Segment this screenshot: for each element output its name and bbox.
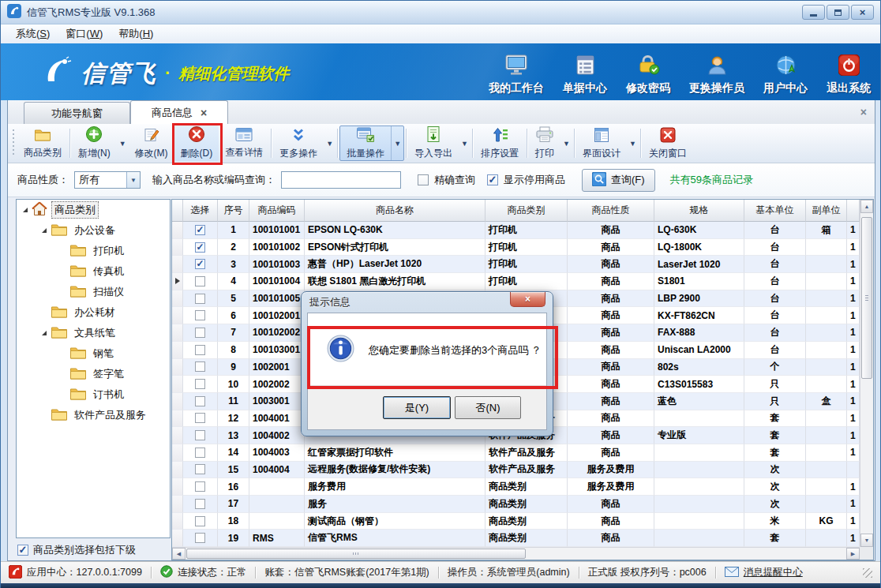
print-button[interactable]: 打印 <box>529 125 560 161</box>
tree-item-钢笔[interactable]: 钢笔 <box>17 343 170 364</box>
close-button[interactable]: × <box>851 5 874 20</box>
sort-settings-button[interactable]: 排序设置 <box>474 125 525 161</box>
row-checkbox[interactable] <box>195 413 205 423</box>
import-export-button[interactable]: 导入导出 <box>408 125 459 161</box>
row-checkbox[interactable] <box>195 276 205 287</box>
chevron-down-icon[interactable]: ▼ <box>126 172 140 188</box>
cell <box>172 513 183 530</box>
table-row[interactable]: 151004004远程服务(数据修复/软件安装)软件产品及服务服务及费用次 <box>172 462 860 479</box>
banner-action-更换操作员[interactable]: 更换操作员 <box>689 54 744 97</box>
banner-action-单据中心[interactable]: 单据中心 <box>563 54 607 97</box>
nature-select[interactable]: 所有 ▼ <box>74 171 141 189</box>
detail-button[interactable]: 查看详情 <box>219 125 269 161</box>
table-row[interactable]: 19RMS信管飞RMS商品类别商品套1 <box>172 530 860 547</box>
no-button[interactable]: 否(N) <box>455 396 521 419</box>
horizontal-scrollbar[interactable]: ◀ ▶ <box>172 547 860 560</box>
row-checkbox[interactable] <box>195 310 205 320</box>
delete-button[interactable]: 删除(D) <box>174 125 219 161</box>
cell: 商品 <box>568 393 654 410</box>
minimize-button[interactable] <box>802 5 825 20</box>
vertical-scroll-thumb[interactable] <box>861 217 872 379</box>
tab-product-info[interactable]: 商品信息× <box>130 100 228 124</box>
tree-item-办公设备[interactable]: 办公设备 <box>17 220 170 241</box>
row-checkbox[interactable] <box>195 533 205 543</box>
query-button[interactable]: 查询(F) <box>582 169 655 192</box>
tree-expander-icon[interactable] <box>42 331 47 335</box>
row-checkbox[interactable] <box>195 448 205 458</box>
row-checkbox[interactable] <box>195 481 205 492</box>
table-row[interactable]: 4100101004联想 S1801 黑白激光打印机打印机商品S1801台1 <box>172 273 860 290</box>
edit-button[interactable]: 修改(M) <box>129 125 174 161</box>
batch-actions-button-dropdown-icon[interactable]: ▼ <box>391 126 403 160</box>
include-children-checkbox[interactable] <box>17 545 28 556</box>
table-row[interactable]: 1100101001EPSON LQ-630K打印机商品LQ-630K台箱1 <box>172 222 860 239</box>
banner-action-用户中心[interactable]: 用户中心 <box>763 54 808 97</box>
message-center-link[interactable]: 消息提醒中心 <box>725 566 803 579</box>
table-row[interactable]: 2100101002EPSON针式打印机打印机商品LQ-1800K台1 <box>172 239 860 257</box>
add-button-dropdown-icon[interactable]: ▼ <box>117 125 129 161</box>
yes-button[interactable]: 是(Y) <box>383 396 451 419</box>
row-checkbox[interactable] <box>195 379 205 389</box>
menu-item-0[interactable]: 系统(S) <box>9 25 57 43</box>
banner-action-退出系统[interactable]: 退出系统 <box>827 54 871 97</box>
tab-close-icon[interactable]: × <box>201 107 207 118</box>
close-window-button[interactable]: 关闭窗口 <box>643 125 693 161</box>
ui-design-button[interactable]: 界面设计 <box>576 125 627 161</box>
tab-nav[interactable]: 功能导航窗 <box>24 102 130 124</box>
exact-query-checkbox[interactable] <box>418 174 429 185</box>
tree-item-办公耗材[interactable]: 办公耗材 <box>17 302 170 323</box>
menu-item-2[interactable]: 帮助(H) <box>111 25 160 43</box>
row-checkbox[interactable] <box>195 516 205 526</box>
row-checkbox[interactable] <box>195 396 205 406</box>
scroll-left-icon[interactable]: ◀ <box>172 548 186 560</box>
more-actions-button[interactable]: 更多操作 <box>273 125 324 161</box>
import-export-button-dropdown-icon[interactable]: ▼ <box>459 125 470 161</box>
tree-expander-icon[interactable] <box>23 208 28 212</box>
ui-design-button-dropdown-icon[interactable]: ▼ <box>627 125 639 161</box>
tree-item-软件产品及服务[interactable]: 软件产品及服务 <box>17 405 170 425</box>
row-checkbox[interactable] <box>195 259 205 269</box>
row-checkbox[interactable] <box>195 328 205 338</box>
maximize-button[interactable] <box>827 5 849 20</box>
scroll-right-icon[interactable]: ▶ <box>846 548 860 560</box>
row-checkbox[interactable] <box>195 345 205 355</box>
table-row[interactable]: 18测试商品（钢管）商品类别商品米KG1 <box>172 513 860 530</box>
table-row[interactable]: 17服务商品类别商品次1 <box>172 496 860 513</box>
banner-action-修改密码[interactable]: 修改密码 <box>626 54 670 97</box>
row-checkbox[interactable] <box>195 499 205 509</box>
show-disabled-checkbox[interactable] <box>487 174 498 185</box>
table-row[interactable]: 16服务费用商品类别服务及费用次1 <box>172 478 860 496</box>
row-checkbox[interactable] <box>195 294 205 304</box>
horizontal-scroll-thumb[interactable] <box>186 549 526 559</box>
table-row[interactable]: 141004003红管家票据打印软件软件产品及服务商品套1 <box>172 444 860 462</box>
row-checkbox[interactable] <box>195 464 205 474</box>
table-row[interactable]: 3100101003惠普（HP）LaserJet 1020打印机商品LaserJ… <box>172 256 860 273</box>
tree-item-文具纸笔[interactable]: 文具纸笔 <box>17 323 170 343</box>
exit-icon <box>838 54 860 79</box>
menu-item-1[interactable]: 窗口(W) <box>58 25 110 43</box>
dialog-close-button[interactable]: × <box>510 292 545 307</box>
tree-item-打印机[interactable]: 打印机 <box>17 241 170 261</box>
row-checkbox[interactable] <box>195 225 205 235</box>
tree-item-扫描仪[interactable]: 扫描仪 <box>17 282 170 302</box>
vertical-scrollbar[interactable]: ▲ ▼ <box>860 200 873 547</box>
more-actions-button-dropdown-icon[interactable]: ▼ <box>324 125 336 161</box>
tree-item-传真机[interactable]: 传真机 <box>17 261 170 282</box>
cell: S1801 <box>654 273 744 290</box>
tree-item-订书机[interactable]: 订书机 <box>17 384 170 405</box>
add-button[interactable]: 新增(N) <box>72 125 117 161</box>
row-checkbox[interactable] <box>195 242 205 253</box>
row-checkbox[interactable] <box>195 361 205 372</box>
batch-actions-button[interactable]: 批量操作 <box>340 126 391 160</box>
scroll-down-icon[interactable]: ▼ <box>860 534 873 547</box>
category-button[interactable]: 商品类别 <box>17 125 68 161</box>
tree-item-商品类别[interactable]: 商品类别 <box>17 200 170 220</box>
row-checkbox[interactable] <box>195 430 205 440</box>
banner-action-我的工作台[interactable]: 我的工作台 <box>489 54 544 97</box>
tree-expander-icon[interactable] <box>42 228 47 233</box>
scroll-up-icon[interactable]: ▲ <box>860 200 873 213</box>
tabstrip-close-icon[interactable]: × <box>860 106 867 118</box>
tree-item-签字笔[interactable]: 签字笔 <box>17 364 170 384</box>
print-button-dropdown-icon[interactable]: ▼ <box>560 125 572 161</box>
search-input[interactable] <box>281 171 401 189</box>
